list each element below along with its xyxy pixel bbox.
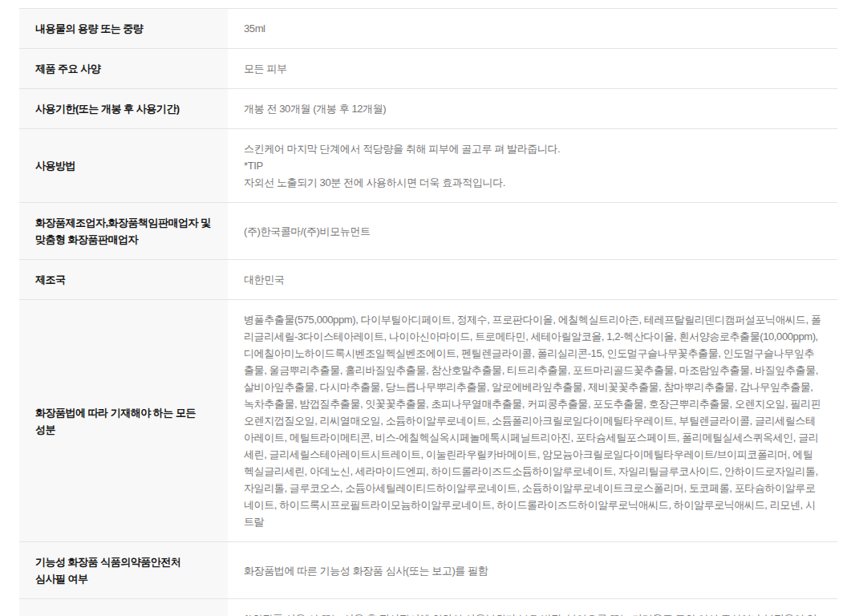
row-label: 화장품제조업자,화장품책임판매업자 및 맞춤형 화장품판매업자 [19, 203, 228, 260]
value-line: 모든 피부 [244, 60, 821, 77]
table-row: 기능성 화장품 식품의약품안전처 심사필 여부화장품법에 따른 기능성 화장품 … [19, 542, 837, 599]
row-value: 1)화장품 사용 시 또는 사용 후 직사광선에 의하여 사용부위가 붉은 반점… [228, 599, 837, 616]
row-value: 병풀추출물(575,000ppm), 다이부틸아디페이트, 정제수, 프로판다이… [228, 300, 837, 542]
table-row: 제품 주요 사양모든 피부 [19, 49, 837, 89]
row-value: 모든 피부 [228, 49, 837, 89]
table-row: 제조국대한민국 [19, 260, 837, 300]
row-label: 내용물의 용량 또는 중량 [19, 9, 228, 49]
value-line: 35ml [244, 20, 821, 37]
row-value: 개봉 전 30개월 (개봉 후 12개월) [228, 89, 837, 129]
value-line: (주)한국콜마/(주)비모뉴먼트 [244, 223, 821, 240]
table-row: 화장품법에 따라 기재해야 하는 모든 성분병풀추출물(575,000ppm),… [19, 300, 837, 542]
value-line: 화장품법에 따른 기능성 화장품 심사(또는 보고)를 필함 [244, 562, 821, 579]
row-label: 화장품법에 따라 기재해야 하는 모든 성분 [19, 300, 228, 542]
product-detail-page: 내용물의 용량 또는 중량35ml제품 주요 사양모든 피부사용기한(또는 개봉… [0, 0, 847, 616]
row-value: 화장품법에 따른 기능성 화장품 심사(또는 보고)를 필함 [228, 542, 837, 599]
row-value: (주)한국콜마/(주)비모뉴먼트 [228, 203, 837, 260]
row-value: 대한민국 [228, 260, 837, 300]
row-value: 스킨케어 마지막 단계에서 적당량을 취해 피부에 골고루 펴 발라줍니다.*T… [228, 129, 837, 203]
product-information-table-body: 내용물의 용량 또는 중량35ml제품 주요 사양모든 피부사용기한(또는 개봉… [19, 9, 837, 616]
table-row: 내용물의 용량 또는 중량35ml [19, 9, 837, 49]
row-label: 사용기한(또는 개봉 후 사용기간) [19, 89, 228, 129]
row-label: 제조국 [19, 260, 228, 300]
product-information-table: 내용물의 용량 또는 중량35ml제품 주요 사양모든 피부사용기한(또는 개봉… [19, 8, 837, 616]
value-line: *TIP [244, 157, 821, 174]
row-label: 사용할 때의 주의사항 [19, 599, 228, 616]
table-row: 화장품제조업자,화장품책임판매업자 및 맞춤형 화장품판매업자(주)한국콜마/(… [19, 203, 837, 260]
value-line: 대한민국 [244, 271, 821, 288]
row-label: 사용방법 [19, 129, 228, 203]
row-label: 제품 주요 사양 [19, 49, 228, 89]
value-line: 병풀추출물(575,000ppm), 다이부틸아디페이트, 정제수, 프로판다이… [244, 311, 821, 530]
value-line: 1)화장품 사용 시 또는 사용 후 직사광선에 의하여 사용부위가 붉은 반점… [244, 610, 821, 616]
table-row: 사용할 때의 주의사항1)화장품 사용 시 또는 사용 후 직사광선에 의하여 … [19, 599, 837, 616]
row-value: 35ml [228, 9, 837, 49]
table-row: 사용기한(또는 개봉 후 사용기간)개봉 전 30개월 (개봉 후 12개월) [19, 89, 837, 129]
value-line: 스킨케어 마지막 단계에서 적당량을 취해 피부에 골고루 펴 발라줍니다. [244, 140, 821, 157]
table-row: 사용방법스킨케어 마지막 단계에서 적당량을 취해 피부에 골고루 펴 발라줍니… [19, 129, 837, 203]
row-label: 기능성 화장품 식품의약품안전처 심사필 여부 [19, 542, 228, 599]
value-line: 자외선 노출되기 30분 전에 사용하시면 더욱 효과적입니다. [244, 174, 821, 191]
value-line: 개봉 전 30개월 (개봉 후 12개월) [244, 100, 821, 117]
